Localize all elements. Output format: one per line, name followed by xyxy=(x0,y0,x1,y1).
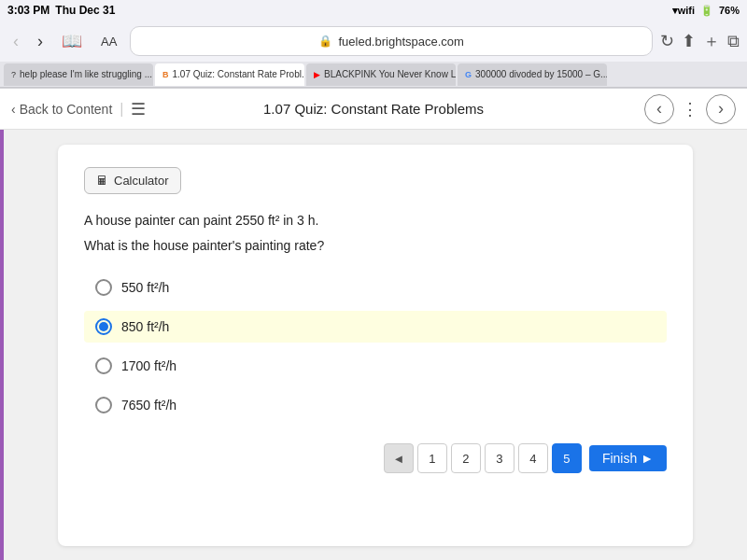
prev-page-btn[interactable]: ◄ xyxy=(384,443,414,473)
option-2[interactable]: 850 ft²/h xyxy=(84,311,667,343)
hamburger-menu-button[interactable]: ☰ xyxy=(131,99,146,119)
browser-tab-3[interactable]: ▶ BLACKPINK You Never Know L... xyxy=(306,63,456,86)
reader-mode-button[interactable]: 📖 xyxy=(56,29,88,53)
option-2-label: 850 ft²/h xyxy=(121,319,169,334)
radio-4[interactable] xyxy=(95,397,112,413)
question-line1: A house painter can paint 2550 ft² in 3 … xyxy=(84,211,667,231)
share-button[interactable]: ⬆ xyxy=(682,31,696,51)
status-time: 3:03 PM xyxy=(7,4,49,17)
calculator-label: Calculator xyxy=(114,174,169,188)
page-1-btn[interactable]: 1 xyxy=(417,443,447,473)
nav-bar: ‹ Back to Content | ☰ 1.07 Quiz: Constan… xyxy=(0,89,747,130)
option-3[interactable]: 1700 ft²/h xyxy=(84,350,667,382)
tab4-icon: G xyxy=(465,70,472,79)
reload-button[interactable]: ↻ xyxy=(660,31,674,51)
tab2-icon: B xyxy=(162,70,169,79)
browser-tab-4[interactable]: G 300000 divoded by 15000 – G... xyxy=(458,63,607,86)
browser-toolbar: ‹ › 📖 AA 🔒 fueled.brightspace.com ↻ ⬆ ＋ … xyxy=(0,21,747,62)
radio-3[interactable] xyxy=(95,357,112,374)
option-1-label: 550 ft²/h xyxy=(121,280,169,295)
address-bar[interactable]: 🔒 fueled.brightspace.com xyxy=(130,26,653,56)
battery-level: 76% xyxy=(719,5,740,16)
browser-chrome: ‹ › 📖 AA 🔒 fueled.brightspace.com ↻ ⬆ ＋ … xyxy=(0,21,747,89)
back-label: Back to Content xyxy=(20,102,113,117)
tab4-label: 300000 divoded by 15000 – G... xyxy=(475,69,607,79)
answer-options: 550 ft²/h 850 ft²/h 1700 ft²/h 7650 ft²/… xyxy=(84,272,667,421)
tab1-icon: ? xyxy=(11,70,16,79)
option-1[interactable]: 550 ft²/h xyxy=(84,272,667,303)
tab2-label: 1.07 Quiz: Constant Rate Probl... xyxy=(173,69,305,79)
status-bar: 3:03 PM Thu Dec 31 ▾wifi 🔋 76% xyxy=(0,0,747,21)
status-day: Thu Dec 31 xyxy=(55,4,115,17)
main-content: 🖩 Calculator A house painter can paint 2… xyxy=(0,130,747,560)
calculator-button[interactable]: 🖩 Calculator xyxy=(84,167,181,194)
browser-tabs: ? help please I'm like struggling ... B … xyxy=(0,62,747,88)
radio-2-fill xyxy=(99,322,108,331)
next-page-button[interactable]: › xyxy=(706,94,736,124)
battery-icon: 🔋 xyxy=(700,5,713,17)
page-4-btn[interactable]: 4 xyxy=(518,443,548,473)
tab3-label: BLACKPINK You Never Know L... xyxy=(324,69,456,79)
more-options-button[interactable]: ⋮ xyxy=(682,99,698,119)
tabs-button[interactable]: ⧉ xyxy=(727,32,740,51)
forward-nav-button[interactable]: › xyxy=(32,30,49,53)
vertical-divider-1: | xyxy=(120,101,123,118)
back-to-content-button[interactable]: ‹ Back to Content xyxy=(11,102,112,117)
back-chevron-icon: ‹ xyxy=(11,102,16,117)
page-3-btn[interactable]: 3 xyxy=(485,443,514,473)
new-tab-button[interactable]: ＋ xyxy=(703,30,720,52)
radio-1[interactable] xyxy=(95,279,112,296)
page-5-btn[interactable]: 5 xyxy=(552,443,582,473)
wifi-icon: ▾wifi xyxy=(672,5,695,17)
nav-right-buttons: ‹ ⋮ › xyxy=(644,94,736,124)
finish-button[interactable]: Finish ► xyxy=(589,445,667,471)
prev-page-button[interactable]: ‹ xyxy=(644,94,674,124)
option-4-label: 7650 ft²/h xyxy=(121,398,176,413)
question-line2: What is the house painter's painting rat… xyxy=(84,238,667,253)
browser-tab-1[interactable]: ? help please I'm like struggling ... xyxy=(4,63,153,86)
option-3-label: 1700 ft²/h xyxy=(121,358,176,373)
lock-icon: 🔒 xyxy=(318,35,332,48)
back-nav-button[interactable]: ‹ xyxy=(7,30,24,53)
quiz-card: 🖩 Calculator A house painter can paint 2… xyxy=(58,145,693,546)
url-text: fueled.brightspace.com xyxy=(338,35,463,49)
tab3-icon: ▶ xyxy=(314,70,320,79)
option-4[interactable]: 7650 ft²/h xyxy=(84,389,667,421)
browser-tab-2[interactable]: B 1.07 Quiz: Constant Rate Probl... xyxy=(155,63,304,86)
page-2-btn[interactable]: 2 xyxy=(451,443,481,473)
pagination: ◄ 1 2 3 4 5 Finish ► xyxy=(84,443,667,473)
calculator-icon: 🖩 xyxy=(96,174,108,188)
radio-2[interactable] xyxy=(95,318,112,335)
tab1-label: help please I'm like struggling ... xyxy=(20,69,152,79)
quiz-title: 1.07 Quiz: Constant Rate Problems xyxy=(263,101,484,117)
text-size-button[interactable]: AA xyxy=(95,33,122,50)
